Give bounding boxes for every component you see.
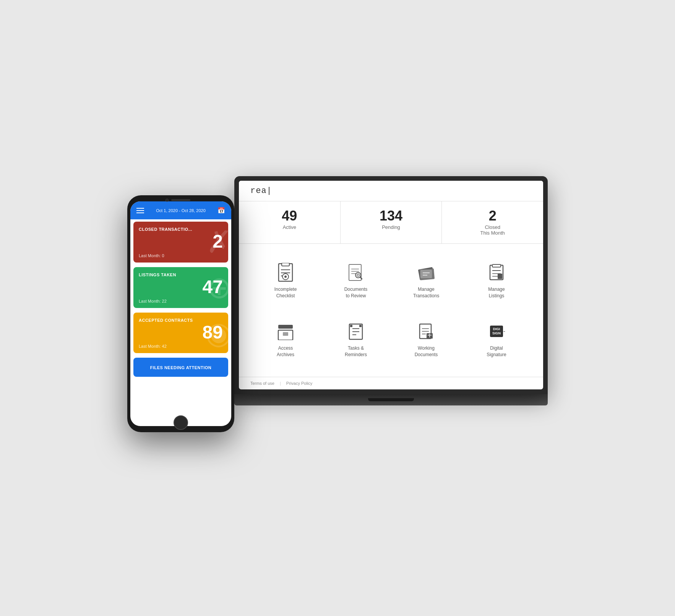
hamburger-menu-icon[interactable]	[136, 208, 144, 213]
svg-rect-34	[350, 325, 352, 327]
stat-pending: 134 Pending	[341, 201, 442, 243]
svg-rect-16	[420, 270, 432, 278]
manage-transactions-icon	[416, 263, 436, 282]
laptop-screen: rea| 49 Active 134 Pending 2 Closed This…	[239, 181, 543, 389]
icon-cell-access-archives[interactable]: Access Archives	[250, 310, 321, 369]
stat-closed-number: 2	[446, 209, 539, 223]
files-attention-title: FILES NEEDING ATTENTION	[139, 363, 223, 372]
working-documents-label: Working Documents	[415, 345, 438, 358]
footer-separator: |	[280, 381, 281, 386]
icon-cell-manage-transactions[interactable]: Manage Transactions	[391, 251, 461, 310]
svg-rect-35	[359, 325, 362, 327]
tasks-reminders-icon	[346, 321, 366, 341]
listings-taken-number: 47	[139, 277, 223, 297]
manage-listings-icon	[487, 263, 506, 282]
stat-active: 49 Active	[239, 201, 341, 243]
access-archives-label: Access Archives	[277, 345, 294, 358]
stats-row: 49 Active 134 Pending 2 Closed This Mont…	[239, 201, 543, 244]
accepted-contracts-title: ACCEPTED CONTRACTS	[139, 318, 223, 323]
closed-transactions-number: 2	[139, 232, 223, 252]
tasks-reminders-label: Tasks & Reminders	[345, 345, 367, 358]
icon-cell-incomplete-checklist[interactable]: Incomplete Checklist	[250, 251, 321, 310]
icon-cell-digital-signature[interactable]: DIGISIGN Digital Signature	[461, 310, 532, 369]
digital-signature-label: Digital Signature	[487, 345, 506, 358]
closed-transactions-title: CLOSED TRANSACTIO...	[139, 227, 223, 232]
laptop: rea| 49 Active 134 Pending 2 Closed This…	[234, 176, 548, 421]
accepted-contracts-number: 89	[139, 323, 223, 343]
phone-screen: Oct 1, 2020 - Oct 28, 2020 📅 CLOSED TRAN…	[130, 201, 231, 426]
privacy-link[interactable]: Privacy Policy	[286, 381, 312, 386]
laptop-base	[234, 394, 548, 405]
stat-pending-label: Pending	[344, 224, 438, 230]
laptop-body: rea| 49 Active 134 Pending 2 Closed This…	[234, 176, 548, 394]
manage-transactions-label: Manage Transactions	[413, 286, 439, 299]
svg-line-13	[360, 277, 362, 279]
listings-taken-title: LISTINGS TAKEN	[139, 272, 223, 277]
stat-active-number: 49	[243, 209, 336, 223]
icons-grid: Incomplete Checklist	[239, 244, 543, 377]
svg-rect-20	[492, 264, 501, 267]
stat-pending-number: 134	[344, 209, 438, 223]
scene: rea| 49 Active 134 Pending 2 Closed This…	[127, 165, 548, 451]
laptop-header: rea|	[239, 181, 543, 201]
phone-speaker	[171, 199, 190, 201]
listings-taken-sub: Last Month: 22	[139, 299, 223, 303]
icon-cell-tasks-reminders[interactable]: Tasks & Reminders	[321, 310, 391, 369]
svg-rect-1	[282, 263, 289, 266]
phone-home-button[interactable]	[174, 415, 188, 430]
digital-signature-icon: DIGISIGN	[487, 321, 506, 341]
phone-camera-dot	[166, 199, 169, 202]
svg-rect-24	[498, 274, 502, 279]
accepted-contracts-sub: Last Month: 42	[139, 344, 223, 349]
laptop-notch	[368, 398, 414, 401]
incomplete-checklist-label: Incomplete Checklist	[274, 286, 297, 299]
stat-closed: 2 Closed This Month	[442, 201, 543, 243]
icon-cell-documents-review[interactable]: Documents to Review	[321, 251, 391, 310]
accepted-contracts-card[interactable]: ACCEPTED CONTRACTS 89 Last Month: 42 ◉	[133, 313, 228, 353]
files-attention-card[interactable]: FILES NEEDING ATTENTION	[133, 358, 228, 377]
app-logo: rea|	[250, 186, 272, 196]
working-documents-icon	[416, 321, 436, 341]
documents-review-label: Documents to Review	[344, 286, 368, 299]
documents-review-icon	[346, 263, 366, 282]
calendar-icon[interactable]: 📅	[217, 207, 225, 214]
laptop-footer: Terms of use | Privacy Policy	[239, 377, 543, 389]
listings-taken-card[interactable]: LISTINGS TAKEN 47 Last Month: 22 ⊕	[133, 267, 228, 308]
manage-listings-label: Manage Listings	[488, 286, 505, 299]
stat-closed-label: Closed This Month	[446, 224, 539, 236]
date-range-label: Oct 1, 2020 - Oct 28, 2020	[156, 208, 206, 213]
closed-transactions-card[interactable]: CLOSED TRANSACTIO... 2 Last Month: 0 ✗	[133, 222, 228, 263]
svg-point-6	[284, 276, 287, 278]
terms-link[interactable]: Terms of use	[250, 381, 274, 386]
access-archives-icon	[276, 321, 295, 341]
closed-transactions-sub: Last Month: 0	[139, 253, 223, 258]
phone: Oct 1, 2020 - Oct 28, 2020 📅 CLOSED TRAN…	[127, 195, 234, 432]
icon-cell-manage-listings[interactable]: Manage Listings	[461, 251, 532, 310]
stat-active-label: Active	[243, 224, 336, 230]
icon-cell-working-documents[interactable]: Working Documents	[391, 310, 461, 369]
phone-top-bar: Oct 1, 2020 - Oct 28, 2020 📅	[130, 201, 231, 219]
svg-rect-25	[278, 325, 293, 329]
incomplete-checklist-icon	[276, 263, 295, 282]
